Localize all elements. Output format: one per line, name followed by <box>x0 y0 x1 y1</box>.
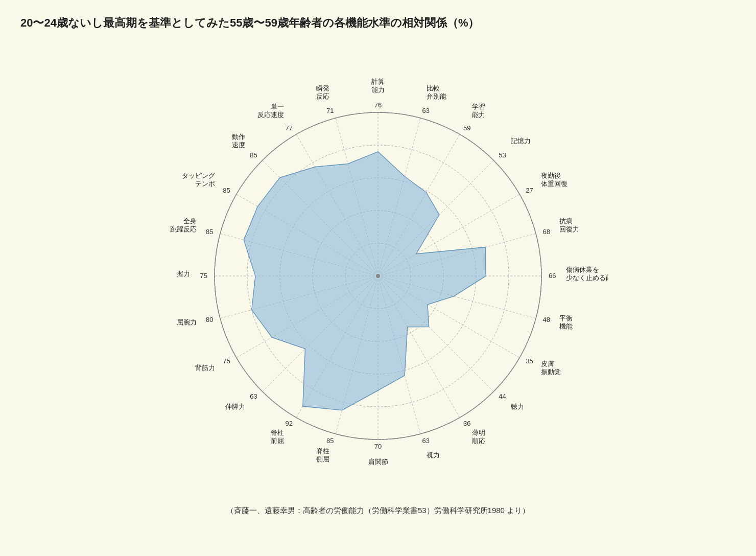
svg-text:傷病休業を: 傷病休業を <box>565 266 599 273</box>
svg-text:跳躍反応: 跳躍反応 <box>170 225 197 233</box>
svg-text:握力: 握力 <box>177 270 190 277</box>
svg-text:能力: 能力 <box>371 86 385 94</box>
title: 20〜24歳ないし最高期を基準としてみた55歳〜59歳年齢者の各機能水準の相対関… <box>20 15 736 31</box>
svg-text:85: 85 <box>326 437 334 445</box>
svg-text:36: 36 <box>463 420 470 427</box>
svg-text:77: 77 <box>286 124 293 132</box>
svg-text:少なく止める能力: 少なく止める能力 <box>566 274 608 282</box>
svg-text:脊柱: 脊柱 <box>271 429 284 436</box>
svg-text:85: 85 <box>223 187 230 194</box>
svg-text:伸脚力: 伸脚力 <box>225 403 245 410</box>
svg-text:記憶力: 記憶力 <box>511 137 531 145</box>
svg-text:聴力: 聴力 <box>511 403 524 410</box>
svg-text:80: 80 <box>206 316 213 323</box>
svg-text:平衡: 平衡 <box>559 314 573 322</box>
svg-text:回復力: 回復力 <box>559 225 579 233</box>
svg-text:振動覚: 振動覚 <box>541 368 561 376</box>
svg-text:53: 53 <box>499 151 506 159</box>
svg-text:48: 48 <box>543 316 550 323</box>
svg-text:35: 35 <box>526 357 533 365</box>
svg-text:タッピング: タッピング <box>182 172 216 179</box>
svg-text:反応: 反応 <box>316 92 329 100</box>
svg-text:抗病: 抗病 <box>559 217 573 225</box>
svg-text:76: 76 <box>374 101 382 109</box>
svg-text:夜勤後: 夜勤後 <box>541 172 561 179</box>
svg-text:全身: 全身 <box>183 217 197 225</box>
svg-text:71: 71 <box>326 107 334 114</box>
svg-text:肩関節: 肩関節 <box>368 458 388 466</box>
svg-text:体重回復: 体重回復 <box>541 180 568 188</box>
svg-text:70: 70 <box>374 443 382 450</box>
svg-text:63: 63 <box>422 437 429 445</box>
svg-text:66: 66 <box>549 272 556 280</box>
svg-text:学習: 学習 <box>472 103 485 110</box>
svg-text:85: 85 <box>250 151 257 159</box>
svg-text:動作: 動作 <box>232 133 245 141</box>
svg-text:速度: 速度 <box>232 141 245 149</box>
svg-text:単一: 単一 <box>271 103 284 110</box>
svg-text:92: 92 <box>286 420 293 427</box>
svg-text:視力: 視力 <box>427 451 440 459</box>
svg-text:27: 27 <box>526 187 533 194</box>
svg-text:弁別能: 弁別能 <box>427 92 446 100</box>
svg-marker-29 <box>244 152 486 410</box>
svg-text:68: 68 <box>543 228 550 236</box>
svg-text:85: 85 <box>206 228 213 236</box>
svg-text:瞬発: 瞬発 <box>316 84 329 92</box>
svg-text:反応速度: 反応速度 <box>257 111 284 119</box>
svg-text:脊柱: 脊柱 <box>316 447 329 455</box>
svg-text:63: 63 <box>250 392 257 400</box>
svg-text:機能: 機能 <box>559 322 573 330</box>
radar-chart: 76計算能力63比較弁別能59学習能力53記憶力27夜勤後体重回復68抗病回復力… <box>148 41 608 501</box>
svg-text:計算: 計算 <box>371 78 385 85</box>
svg-text:比較: 比較 <box>427 84 440 92</box>
svg-text:能力: 能力 <box>472 111 485 119</box>
svg-text:75: 75 <box>200 272 207 280</box>
svg-text:屈腕力: 屈腕力 <box>177 318 197 326</box>
svg-text:皮膚: 皮膚 <box>541 360 554 367</box>
svg-text:背筋力: 背筋力 <box>195 364 215 372</box>
source: （斉藤一、遠藤幸男：高齢者の労働能力（労働科学業書53）労働科学研究所1980 … <box>226 506 530 516</box>
svg-text:テンポ: テンポ <box>195 180 215 188</box>
svg-text:順応: 順応 <box>472 437 485 445</box>
svg-point-94 <box>376 274 380 278</box>
svg-text:59: 59 <box>463 124 470 132</box>
svg-text:63: 63 <box>422 107 429 114</box>
svg-text:75: 75 <box>223 357 230 365</box>
svg-text:前屈: 前屈 <box>271 437 284 445</box>
svg-text:薄明: 薄明 <box>472 429 485 436</box>
svg-text:側屈: 側屈 <box>316 455 329 463</box>
svg-text:44: 44 <box>499 392 506 400</box>
